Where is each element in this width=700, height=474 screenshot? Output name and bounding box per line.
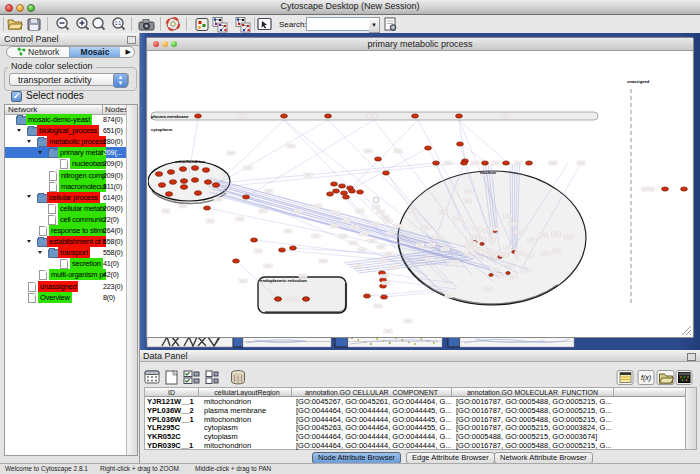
svg-text:plasma membrane: plasma membrane xyxy=(151,114,189,119)
svg-text:1:1: 1:1 xyxy=(115,21,122,26)
svg-text:mitochondrion: mitochondrion xyxy=(175,159,205,164)
svg-text:cytoplasm: cytoplasm xyxy=(151,127,172,132)
svg-text:nucleus: nucleus xyxy=(480,170,497,175)
svg-text:endoplasmic reticulum: endoplasmic reticulum xyxy=(260,278,307,283)
svg-text:unassigned: unassigned xyxy=(627,79,650,84)
svg-text:f(x): f(x) xyxy=(641,374,651,382)
